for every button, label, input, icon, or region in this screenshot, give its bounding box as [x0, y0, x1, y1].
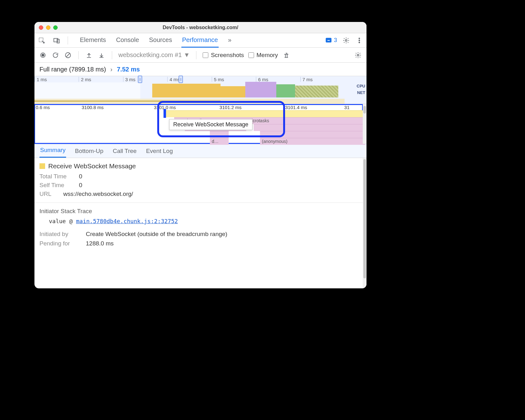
screenshots-input[interactable]: [203, 52, 208, 58]
pending-for-label: Pending for: [39, 240, 80, 247]
memory-checkbox[interactable]: Memory: [248, 52, 278, 59]
flame-bar-anonymous[interactable]: (anonymous): [260, 138, 365, 145]
overview-handle-left[interactable]: [138, 76, 142, 83]
stack-trace-line: value @ main.5780db4e.chunk.js:2:32752: [49, 218, 361, 224]
settings-icon[interactable]: [342, 36, 350, 45]
memory-input[interactable]: [248, 52, 254, 58]
event-color-swatch: [39, 163, 45, 169]
details-tab-eventlog[interactable]: Event Log: [145, 144, 174, 158]
flamechart-tooltip: Receive WebSocket Message: [169, 119, 252, 130]
messages-indicator[interactable]: 3: [325, 36, 337, 45]
clear-icon[interactable]: [64, 51, 72, 59]
collect-garbage-icon[interactable]: [282, 51, 290, 59]
details-tab-calltree[interactable]: Call Tree: [112, 144, 137, 158]
download-icon[interactable]: [97, 51, 106, 59]
record-icon[interactable]: [39, 51, 47, 59]
full-range-label[interactable]: Full range (7899.18 ms): [39, 66, 106, 73]
more-icon[interactable]: [355, 36, 363, 45]
initiated-by-value: Create WebSocket (outside of the breadcr…: [86, 231, 227, 238]
details-tabs: Summary Bottom-Up Call Tree Event Log: [34, 144, 366, 158]
net-lane-label: NET: [357, 90, 365, 96]
breadcrumb-chevron-icon: ›: [110, 66, 112, 73]
event-name: Receive WebSocket Message: [48, 162, 136, 170]
messages-count: 3: [334, 37, 337, 44]
overview-handle-right[interactable]: [179, 76, 183, 83]
flame-bar-microtasks[interactable]: Microtasks: [246, 117, 365, 124]
flamechart-scrollbar[interactable]: [363, 104, 366, 144]
details-tab-summary[interactable]: Summary: [39, 144, 66, 158]
dropdown-chevron-icon: ▼: [184, 51, 190, 59]
panel-tabs: Elements Console Sources Performance »: [79, 33, 232, 48]
timeline-overview[interactable]: 1 ms 2 ms 3 ms 4 ms 5 ms 6 ms 7 ms CPU N…: [34, 76, 366, 104]
tab-console[interactable]: Console: [115, 33, 139, 48]
details-tab-bottomup[interactable]: Bottom-Up: [74, 144, 104, 158]
overview-net-lane: [34, 99, 345, 104]
flame-bar-truncated[interactable]: …: [210, 131, 229, 138]
tab-performance[interactable]: Performance: [181, 33, 219, 48]
recording-name: websocketking.com #1: [118, 51, 182, 59]
pending-for-value: 1288.0 ms: [86, 240, 114, 247]
window-title: DevTools - websocketking.com/: [34, 25, 366, 30]
initiated-by-label: Initiated by: [39, 231, 80, 238]
devtools-window: DevTools - websocketking.com/ Elements C…: [34, 22, 366, 288]
titlebar: DevTools - websocketking.com/: [34, 22, 366, 33]
tab-sources[interactable]: Sources: [148, 33, 173, 48]
svg-point-6: [359, 40, 360, 41]
stack-at-symbol: @: [69, 218, 73, 224]
overview-ticks: 1 ms 2 ms 3 ms 4 ms 5 ms 6 ms 7 ms: [34, 77, 345, 82]
flame-bar-child-3[interactable]: [260, 131, 365, 138]
flame-bar-d[interactable]: d…: [210, 138, 229, 145]
svg-rect-2: [57, 39, 59, 43]
details-panel: Receive WebSocket Message Total Time0 Se…: [34, 158, 366, 288]
stack-source-link[interactable]: main.5780db4e.chunk.js:2:32752: [76, 218, 178, 224]
details-scrollbar[interactable]: [363, 158, 366, 288]
stack-trace-header: Initiator Stack Trace: [39, 208, 361, 215]
total-time-label: Total Time: [39, 173, 74, 180]
self-time-label: Self Time: [39, 182, 74, 189]
svg-point-11: [357, 54, 359, 56]
upload-icon[interactable]: [85, 51, 93, 59]
memory-label: Memory: [257, 52, 278, 59]
selected-range-label[interactable]: 7.52 ms: [117, 66, 140, 73]
range-breadcrumb: Full range (7899.18 ms) › 7.52 ms: [34, 63, 366, 76]
performance-toolbar: websocketking.com #1 ▼ Screenshots Memor…: [34, 48, 366, 63]
summary-panel: Receive WebSocket Message Total Time0 Se…: [34, 158, 366, 254]
self-time-value: 0: [79, 182, 82, 189]
flamechart[interactable]: 0.6 ms 3100.8 ms 3101.0 ms 3101.2 ms 310…: [34, 104, 366, 144]
inspect-element-icon[interactable]: [38, 36, 46, 45]
svg-rect-3: [326, 38, 331, 42]
reload-record-icon[interactable]: [51, 51, 60, 59]
event-marker: [164, 109, 166, 118]
tab-overflow-chevron[interactable]: »: [227, 33, 232, 48]
screenshots-label: Screenshots: [211, 52, 244, 59]
svg-point-4: [345, 39, 347, 41]
overview-lane-labels: CPU NET: [357, 83, 365, 96]
svg-point-5: [359, 38, 360, 39]
total-time-value: 0: [79, 173, 82, 180]
flamechart-ticks: 0.6 ms 3100.8 ms 3101.0 ms 3101.2 ms 310…: [34, 105, 363, 110]
recording-selector[interactable]: websocketking.com #1 ▼: [118, 51, 190, 59]
stack-function-name: value: [49, 218, 66, 224]
url-value: wss://echo.websocket.org/: [63, 191, 133, 197]
screenshots-checkbox[interactable]: Screenshots: [203, 52, 244, 59]
device-toolbar-icon[interactable]: [53, 36, 61, 45]
flame-bar-child-2[interactable]: [254, 124, 365, 131]
flame-bar-receive-websocket[interactable]: [165, 110, 366, 117]
svg-point-9: [42, 54, 44, 56]
url-label: URL: [39, 191, 58, 197]
panel-tabbar: Elements Console Sources Performance » 3: [34, 33, 366, 48]
tab-elements[interactable]: Elements: [79, 33, 107, 48]
capture-settings-icon[interactable]: [354, 51, 362, 59]
messages-icon: [325, 36, 333, 45]
cpu-lane-label: CPU: [357, 83, 365, 90]
svg-point-7: [359, 42, 360, 43]
